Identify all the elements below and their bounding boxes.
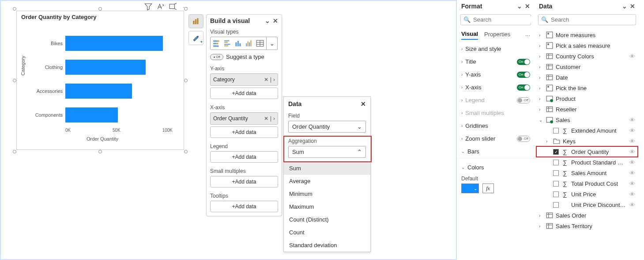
folder-row[interactable]: ›Keys👁 xyxy=(536,136,638,146)
field-row[interactable]: ∑Unit Price👁 xyxy=(536,189,638,199)
toggle-on[interactable]: On xyxy=(517,84,530,91)
aggregation-option[interactable]: Average xyxy=(284,175,370,187)
color-swatch[interactable]: ⌄ xyxy=(461,184,479,193)
visibility-icon[interactable]: 👁 xyxy=(629,53,635,60)
visibility-icon[interactable]: 👁 xyxy=(629,138,635,145)
field-select[interactable]: Order Quantity ⌄ xyxy=(288,121,366,133)
aggregation-option[interactable]: Count (Distinct) xyxy=(284,213,370,226)
bar[interactable] xyxy=(65,84,132,99)
bar[interactable] xyxy=(65,36,163,51)
toggle-on[interactable]: On xyxy=(517,59,530,65)
format-bars[interactable]: ⌄Bars xyxy=(457,145,535,158)
xaxis-field[interactable]: Order Quantity ✕|› xyxy=(210,112,278,125)
field-row[interactable]: Unit Price Discount Pct👁 xyxy=(536,199,638,210)
table-chart-icon[interactable] xyxy=(256,39,264,47)
visibility-icon[interactable]: 👁 xyxy=(629,127,635,134)
visibility-icon[interactable]: 👁 xyxy=(629,149,635,155)
visibility-icon[interactable]: 👁 xyxy=(629,191,635,198)
category-label: Clothing xyxy=(31,65,63,70)
checkbox[interactable] xyxy=(553,170,559,176)
field-menu-icon[interactable]: › xyxy=(273,115,275,122)
format-pane-title: Format xyxy=(461,3,482,10)
aggregation-select[interactable]: Sum ⌃ xyxy=(288,146,366,158)
remove-field-icon[interactable]: ✕ xyxy=(264,76,268,83)
clustered-bar-icon[interactable] xyxy=(224,39,232,47)
close-icon[interactable]: ✕ xyxy=(361,100,366,107)
svg-rect-49 xyxy=(546,223,553,228)
format-zoom-slider[interactable]: ›Zoom sliderOff xyxy=(457,132,535,145)
visibility-icon[interactable]: 👁 xyxy=(629,202,635,208)
bar[interactable] xyxy=(65,60,146,75)
format-paint-icon[interactable]: + xyxy=(188,31,203,45)
suggest-toggle[interactable]: ● Off xyxy=(210,54,223,60)
canvas-area[interactable]: ··· Order Quantity by Category Category … xyxy=(0,0,457,260)
visibility-icon[interactable]: 👁 xyxy=(629,170,635,176)
visibility-icon[interactable]: 👁 xyxy=(629,180,635,187)
table-row[interactable]: ›Product xyxy=(536,93,638,104)
visibility-icon[interactable]: 👁 xyxy=(629,117,635,123)
close-icon[interactable]: ✕ xyxy=(525,3,530,10)
close-icon[interactable]: ✕ xyxy=(273,17,278,24)
build-visual-icon[interactable] xyxy=(188,14,203,28)
format-yaxis[interactable]: ›Y-axisOn xyxy=(457,68,535,81)
table-row[interactable]: ›Reseller xyxy=(536,104,638,115)
format-size-style[interactable]: ›Size and style xyxy=(457,42,535,55)
fx-button[interactable]: fx xyxy=(482,184,494,193)
aggregation-option[interactable]: Count xyxy=(284,226,370,239)
close-icon[interactable]: ✕ xyxy=(630,3,635,10)
checkbox[interactable] xyxy=(553,202,559,208)
tooltips-add-data-button[interactable]: +Add data xyxy=(210,201,278,212)
visibility-icon[interactable]: 👁 xyxy=(629,159,635,166)
visual-types-dropdown[interactable]: ⌄ xyxy=(267,37,278,50)
format-gridlines[interactable]: ›Gridlines xyxy=(457,119,535,132)
aggregation-option[interactable]: Standard deviation xyxy=(284,239,370,252)
tab-visual[interactable]: Visual xyxy=(461,31,478,40)
aggregation-option[interactable]: Minimum xyxy=(284,187,370,200)
checkbox[interactable] xyxy=(553,160,559,165)
tab-properties[interactable]: Properties xyxy=(484,31,510,39)
field-row-order-quantity[interactable]: ✓∑Order Quantity👁 xyxy=(536,146,638,157)
toggle-off[interactable]: Off xyxy=(517,136,530,142)
format-xaxis[interactable]: ›X-axisOn xyxy=(457,81,535,94)
table-row[interactable]: ›More measures xyxy=(536,30,638,40)
format-title[interactable]: ›TitleOn xyxy=(457,55,535,68)
checkbox[interactable] xyxy=(553,181,559,187)
table-row[interactable]: ›Pick the line xyxy=(536,83,638,93)
yaxis-add-data-button[interactable]: +Add data xyxy=(210,88,278,99)
table-row[interactable]: ›Date xyxy=(536,72,638,83)
table-row[interactable]: ›Sales Territory xyxy=(536,221,638,231)
small-add-data-button[interactable]: +Add data xyxy=(210,176,278,187)
chevron-down-icon[interactable]: ⌄ xyxy=(622,3,627,10)
checkbox-checked[interactable]: ✓ xyxy=(553,149,559,155)
chevron-down-icon[interactable]: ⌄ xyxy=(265,17,270,24)
table-row[interactable]: ›Pick a sales measure xyxy=(536,40,638,51)
checkbox[interactable] xyxy=(553,191,559,197)
data-search[interactable]: 🔍 xyxy=(538,14,636,25)
field-row[interactable]: ∑Sales Amount👁 xyxy=(536,168,638,178)
more-options-icon[interactable]: ··· xyxy=(525,32,530,38)
format-search[interactable]: 🔍 xyxy=(460,14,531,25)
remove-field-icon[interactable]: ✕ xyxy=(264,115,268,122)
chevron-down-icon[interactable]: ⌄ xyxy=(517,3,522,10)
aggregation-option[interactable]: Maximum xyxy=(284,200,370,213)
column-chart-icon[interactable] xyxy=(234,39,242,47)
stacked-bar-icon[interactable] xyxy=(213,39,221,47)
data-search-input[interactable] xyxy=(551,16,633,23)
field-row[interactable]: ∑Extended Amount👁 xyxy=(536,125,638,136)
aggregation-option[interactable]: Sum xyxy=(284,162,370,175)
field-menu-icon[interactable]: › xyxy=(273,76,275,83)
column-chart2-icon[interactable] xyxy=(245,39,253,47)
table-row-sales[interactable]: ⌄Sales👁 xyxy=(536,115,638,125)
field-row[interactable]: ∑Product Standard Cost👁 xyxy=(536,157,638,168)
bar[interactable] xyxy=(65,107,118,122)
field-row[interactable]: ∑Total Product Cost👁 xyxy=(536,178,638,189)
xaxis-add-data-button[interactable]: +Add data xyxy=(210,126,278,138)
chart-visual[interactable]: Order Quantity by Category Category Bike… xyxy=(16,11,184,150)
table-row[interactable]: ›Sales Order xyxy=(536,210,638,221)
toggle-on[interactable]: On xyxy=(517,72,530,78)
legend-add-data-button[interactable]: +Add data xyxy=(210,151,278,163)
yaxis-field[interactable]: Category ✕|› xyxy=(210,73,278,86)
table-row[interactable]: ›Country Colors👁 xyxy=(536,51,638,61)
table-row[interactable]: ›Customer xyxy=(536,61,638,72)
checkbox[interactable] xyxy=(553,128,559,134)
